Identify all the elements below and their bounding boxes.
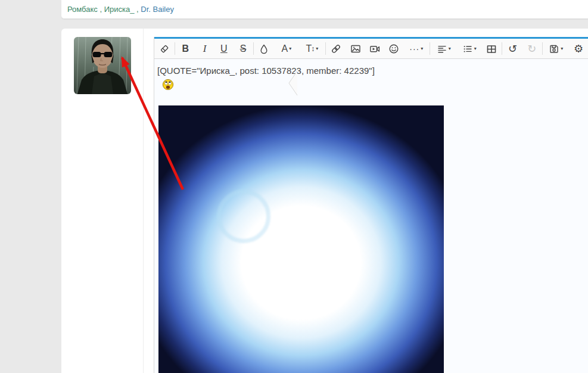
ellipsis-icon: ··· — [409, 45, 419, 53]
editor-body[interactable]: [QUOTE="Ириска_, post: 10537823, member:… — [154, 59, 588, 373]
table-icon — [486, 43, 497, 54]
toolbar-divider — [430, 42, 430, 55]
participant-separator: , — [134, 5, 141, 14]
chevron-down-icon: ▾ — [421, 46, 423, 51]
toolbar-divider — [542, 42, 543, 55]
floppy-icon — [549, 43, 559, 54]
strikethrough-label: S — [240, 44, 247, 54]
participants-bar: Ромбакс , Ириска_ , Dr. Bailey — [61, 0, 588, 19]
message-content-cell: B I U S A▾ T↕▾ — [144, 29, 588, 373]
avatar-column — [61, 29, 144, 373]
italic-button[interactable]: I — [195, 39, 214, 58]
italic-label: I — [203, 43, 207, 54]
smiley-icon — [388, 43, 399, 54]
redo-icon: ↻ — [527, 43, 536, 54]
message-panel: B I U S A▾ T↕▾ — [61, 29, 588, 373]
insert-media-button[interactable] — [365, 39, 384, 58]
list-button[interactable]: ▾ — [456, 39, 482, 58]
chevron-down-icon: ▾ — [561, 46, 563, 51]
drafts-button[interactable]: ▾ — [543, 39, 569, 58]
font-family-button[interactable]: A▾ — [273, 39, 299, 58]
redo-button[interactable]: ↻ — [522, 39, 542, 58]
emoji-line — [157, 79, 585, 91]
insert-image-button[interactable] — [346, 39, 365, 58]
participant-separator: , — [98, 5, 104, 14]
bold-label: B — [182, 44, 189, 54]
link-icon — [331, 43, 341, 54]
rich-text-editor: B I U S A▾ T↕▾ — [154, 37, 588, 373]
confused-smiley-icon — [162, 79, 174, 91]
chevron-down-icon: ▾ — [474, 46, 477, 51]
underline-button[interactable]: U — [214, 39, 234, 58]
preferences-button[interactable]: ⚙ — [569, 39, 588, 58]
smilies-button[interactable] — [384, 39, 403, 58]
align-left-icon — [437, 43, 447, 54]
strikethrough-button[interactable]: S — [234, 39, 253, 58]
undo-button[interactable]: ↺ — [503, 39, 522, 58]
text-color-button[interactable] — [254, 39, 273, 58]
remove-format-button[interactable] — [155, 39, 174, 58]
faint-glow-ring — [217, 189, 270, 243]
participant-link[interactable]: Dr. Bailey — [141, 5, 174, 14]
insert-table-button[interactable] — [482, 39, 501, 58]
image-icon — [350, 43, 361, 54]
alignment-button[interactable]: ▾ — [431, 39, 456, 58]
undo-icon: ↺ — [508, 43, 517, 54]
user-avatar-matrix[interactable] — [74, 37, 131, 94]
eraser-icon — [159, 43, 170, 54]
toolbar-divider — [253, 42, 254, 55]
toolbar-divider — [502, 42, 502, 55]
participant-link[interactable]: Ириска_ — [104, 5, 135, 14]
updown-arrow-icon: ↕ — [311, 45, 315, 52]
chevron-down-icon: ▾ — [289, 46, 291, 51]
toolbar-divider — [325, 42, 326, 55]
editor-toolbar: B I U S A▾ T↕▾ — [154, 39, 588, 59]
insert-link-button[interactable] — [326, 39, 346, 58]
droplet-icon — [259, 43, 269, 54]
attached-glow-image[interactable] — [158, 105, 444, 373]
underline-label: U — [220, 44, 228, 54]
chevron-down-icon: ▾ — [316, 46, 318, 51]
font-size-button[interactable]: T↕▾ — [299, 39, 325, 58]
quote-bbcode-text: [QUOTE="Ириска_, post: 10537823, member:… — [157, 65, 585, 76]
more-options-button[interactable]: ···▾ — [403, 39, 429, 58]
bullet-list-icon — [462, 43, 473, 54]
video-icon — [369, 43, 380, 54]
toolbar-divider — [175, 42, 175, 55]
gear-icon: ⚙ — [574, 43, 583, 54]
bubble-arrow — [288, 70, 298, 97]
bold-button[interactable]: B — [176, 39, 195, 58]
font-family-label: A — [282, 44, 288, 54]
chevron-down-icon: ▾ — [449, 46, 451, 51]
participant-link[interactable]: Ромбакс — [67, 5, 98, 14]
